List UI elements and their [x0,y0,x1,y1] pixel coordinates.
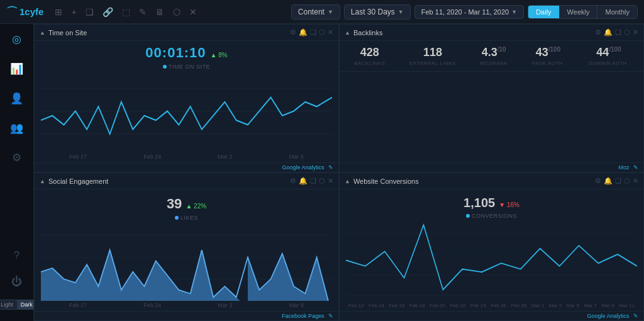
cx-6: Feb 24 [470,303,486,308]
time-on-site-change: ▲ 8% [211,52,228,59]
bl-label-domain-auth: DOMAIN AUTH. [589,60,629,66]
social-metric: 39 ▲ 22% [41,193,332,215]
widget-time-on-site-icons: ⚙ 🔔 ❑ ⬡ ✕ [290,28,333,37]
period-daily[interactable]: Daily [528,6,559,18]
period-monthly[interactable]: Monthly [597,6,637,18]
bl-stat-page-auth: 43/100 PAGE AUTH. [531,46,564,66]
social-value: 39 [167,196,182,211]
period-weekly[interactable]: Weekly [560,6,598,18]
settings-bl-icon[interactable]: ⚙ [595,28,601,37]
add-icon[interactable]: + [69,6,79,18]
sidebar: ◎ 📊 👤 👥 ⚙ ? ⏻ Light Dark [0,24,34,321]
widget-time-on-site-title: Time on Site [48,29,290,37]
topbar: ⌒ 1cyfe ⊞ + ❑ 🔗 ⬚ ✎ 🖥 ⬡ ✕ Content ▼ Last… [0,0,644,24]
cx-8: Feb 28 [511,303,526,308]
image-icon[interactable]: ⬚ [119,6,133,18]
date-preset-dropdown[interactable]: Last 30 Days ▼ [344,4,411,20]
link-icon[interactable]: 🔗 [100,6,116,18]
cx-5: Feb 22 [450,303,465,308]
widget-social-icons: ⚙ 🔔 ❑ ⬡ ✕ [290,177,333,185]
sidebar-settings-icon[interactable]: ⚙ [9,149,24,167]
widget-time-on-site-footer: Google Analytics ✎ [35,162,338,172]
close-bl-icon[interactable]: ✕ [633,28,638,37]
export-se-icon[interactable]: ⬡ [319,177,325,185]
close-se-icon[interactable]: ✕ [328,177,333,185]
sidebar-analytics-icon[interactable]: 📊 [8,60,26,78]
blue-dot-icon [175,216,179,220]
bl-value-mozrank: 4.3/10 [480,46,508,59]
content-label: Content [298,8,325,16]
time-on-site-x-labels: Feb 17 Feb 24 Mar 2 Mar 9 [41,152,332,160]
conv-edit-icon[interactable]: ✎ [633,313,638,319]
logo: ⌒ 1cyfe [6,4,43,20]
widget-website-conversions: ▲ Website Conversions ⚙ 🔔 ❑ ⬡ ✕ 1,105 ▼ … [339,172,644,321]
monitor-icon[interactable]: 🖥 [153,6,167,18]
social-change: ▲ 22% [186,203,206,210]
se-x-3: Mar 9 [289,302,304,308]
copy-bl-icon[interactable]: ❑ [615,28,621,37]
close-wc-icon[interactable]: ✕ [633,177,638,185]
sidebar-dashboard-icon[interactable]: ◎ [9,30,24,48]
conv-chart [346,219,637,301]
cx-9: Mar 1 [531,303,544,308]
settings-se-icon[interactable]: ⚙ [290,177,296,185]
bell-bl-icon[interactable]: 🔔 [604,28,613,37]
bell-wc-icon[interactable]: 🔔 [604,177,613,185]
conv-label: CONVERSIONS [346,213,637,219]
bell-se-icon[interactable]: 🔔 [299,177,308,185]
widget-backlinks: ▲ Backlinks ⚙ 🔔 ❑ ⬡ ✕ 428 BACKLINKS [339,24,644,172]
widget-backlinks-body: 428 BACKLINKS 118 EXTERNAL LINKS 4.3/10 … [340,41,643,162]
sidebar-group-icon[interactable]: 👥 [8,119,26,137]
settings-icon[interactable]: ⚙ [290,28,296,37]
widget-social-header: ▲ Social Engagement ⚙ 🔔 ❑ ⬡ ✕ [35,173,338,189]
teal-dot-icon [163,65,167,69]
grid-icon[interactable]: ⊞ [52,6,65,18]
bl-label-backlinks: BACKLINKS [354,60,385,66]
backlinks-stats: 428 BACKLINKS 118 EXTERNAL LINKS 4.3/10 … [340,41,643,71]
time-on-site-label: TIME ON SITE [41,64,332,70]
sidebar-help-icon[interactable]: ? [11,247,22,264]
x-label-1: Feb 24 [143,154,161,160]
export-bl-icon[interactable]: ⬡ [624,28,630,37]
cx-13: Mar 9 [601,303,614,308]
export-icon[interactable]: ⬡ [319,28,325,37]
se-x-0: Feb 17 [69,302,87,308]
widget-conv-title: Website Conversions [353,177,595,185]
bl-value-external: 118 [409,46,456,59]
bell-icon[interactable]: 🔔 [299,28,308,37]
date-range-button[interactable]: Feb 11, 2020 - Mar 11, 2020 ▼ [414,5,524,19]
moz-edit-icon[interactable]: ✎ [633,164,638,171]
duplicate-icon[interactable]: ❑ [83,6,96,18]
collapse-arrow-bl-icon[interactable]: ▲ [345,30,350,36]
bl-stat-domain-auth: 44/100 DOMAIN AUTH. [589,46,629,66]
share-icon[interactable]: ⬡ [170,6,183,18]
sidebar-person-icon[interactable]: 👤 [8,89,26,108]
conv-metric: 1,105 ▼ 16% [346,193,637,213]
collapse-arrow-icon[interactable]: ▲ [40,30,45,36]
close-widget-icon[interactable]: ✕ [328,28,333,37]
copy-wc-icon[interactable]: ❑ [615,177,621,185]
logo-text: 1cyfe [19,6,43,17]
collapse-arrow-wc-icon[interactable]: ▲ [345,178,350,184]
bl-stat-mozrank: 4.3/10 MOZRANK [480,46,508,66]
export-wc-icon[interactable]: ⬡ [624,177,630,185]
social-edit-icon[interactable]: ✎ [328,313,333,319]
theme-light-btn[interactable]: Light [0,300,17,309]
cx-2: Feb 16 [389,303,404,308]
copy-se-icon[interactable]: ❑ [310,177,316,185]
sidebar-power-icon[interactable]: ⏻ [9,273,25,291]
theme-toggle: Light Dark [0,300,37,310]
bl-label-page-auth: PAGE AUTH. [531,60,564,66]
edit-footer-icon[interactable]: ✎ [328,164,333,171]
collapse-arrow-se-icon[interactable]: ▲ [40,178,45,184]
content-dropdown[interactable]: Content ▼ [291,4,340,20]
bl-value-backlinks: 428 [354,46,385,59]
cx-12: Mar 7 [584,303,596,308]
cx-10: Mar 3 [549,303,562,308]
cx-1: Feb 14 [369,303,384,308]
bl-label-external: EXTERNAL LINKS [409,60,456,66]
copy-icon[interactable]: ❑ [310,28,316,37]
edit-icon[interactable]: ✎ [136,6,149,18]
settings-wc-icon[interactable]: ⚙ [595,177,601,185]
close-icon[interactable]: ✕ [187,6,199,18]
